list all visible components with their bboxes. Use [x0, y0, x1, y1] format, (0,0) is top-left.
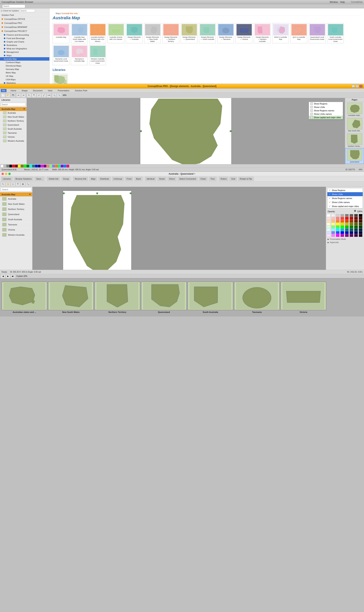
panel-row-cities[interactable]: ✓ Show capital and major cities: [309, 116, 343, 119]
page-thumb-nsw2[interactable]: New South Wal...: [345, 117, 364, 133]
dd-show-lgas[interactable]: ✓ Show LGAs: [327, 192, 363, 196]
opacity-slider[interactable]: [336, 211, 356, 212]
swatch-yellow[interactable]: [18, 165, 21, 167]
thumb-nt[interactable]: Northern Territory: [94, 282, 140, 313]
t2-text[interactable]: T: [16, 182, 20, 186]
palette-swatch-8080ff[interactable]: [331, 231, 335, 234]
tile-design-nt[interactable]: Design Elements — Northern Territory: [162, 23, 179, 43]
swatch-magenta[interactable]: [41, 165, 43, 167]
palette-swatch-c000c0[interactable]: [340, 234, 344, 237]
palette-swatch-e0e0ff[interactable]: [327, 231, 330, 234]
sidebar-search-input[interactable]: [20, 9, 35, 12]
swatch-maroon[interactable]: [15, 165, 18, 167]
handle-tc[interactable]: [96, 193, 98, 194]
panel-row-regions[interactable]: ✓ Show Regions: [309, 102, 343, 106]
palette-swatch-004040[interactable]: [354, 228, 358, 231]
palette-swatch-e0ffe0[interactable]: [327, 226, 330, 228]
thumb-sa[interactable]: South Australia: [188, 282, 233, 313]
sidebar-item-infographics[interactable]: What are Infographics: [0, 47, 49, 50]
install-link[interactable]: Uninstall this solu...: [61, 12, 81, 14]
palette-swatch-d0d0d0[interactable]: [336, 214, 339, 217]
thumb-tas[interactable]: Tasmania: [234, 282, 280, 313]
opacity-thumb[interactable]: [354, 210, 356, 212]
palette-swatch-ffff80[interactable]: [331, 223, 335, 225]
palette-swatch-404040[interactable]: [354, 214, 358, 217]
tool-pointer[interactable]: ↖: [27, 93, 31, 97]
thumb-aus-states[interactable]: Australian states and ...: [1, 282, 47, 313]
handle-left[interactable]: [140, 130, 142, 132]
tb-front[interactable]: Front: [125, 177, 133, 181]
tb-align[interactable]: Align: [89, 177, 97, 181]
sidebar-item-pro[interactable]: ConceptDraw PRO: [0, 21, 49, 25]
search-input[interactable]: [2, 5, 25, 8]
tile-design-tas[interactable]: Design Elements — Tasmania: [217, 23, 234, 43]
tl-close[interactable]: [1, 173, 4, 175]
palette-swatch-606060[interactable]: [350, 214, 353, 217]
palette-swatch-808000[interactable]: [350, 223, 353, 225]
pro-page-nt[interactable]: Northern Territory: [0, 119, 26, 123]
menu-shape[interactable]: Shape: [20, 89, 29, 92]
presentation-mode[interactable]: ▶ Presentation Mode: [326, 238, 364, 241]
tool-save[interactable]: 💾: [11, 93, 15, 97]
palette-swatch-ffc0c0[interactable]: [331, 217, 335, 220]
swatch-rose[interactable]: [66, 165, 69, 167]
dd-show-lga-names[interactable]: ✓ Show LGAs names: [327, 200, 363, 204]
tile-vic-lga[interactable]: Australia Victoria with LGA Names: [107, 23, 124, 43]
swatch-navy[interactable]: [38, 165, 40, 167]
palette-swatch-ff6000[interactable]: [340, 220, 344, 223]
palette-swatch-600060[interactable]: [350, 234, 353, 237]
close-icon[interactable]: ✕: [23, 108, 25, 110]
sidebar-item-graphs[interactable]: Graphs and Charts: [0, 40, 49, 43]
palette-swatch-400040[interactable]: [354, 234, 358, 237]
dropdown-arrow[interactable]: ▾: [194, 173, 195, 175]
tile-qld-aus[interactable]: QLD in Australia Map: [290, 23, 307, 43]
palette-swatch-80ff80[interactable]: [331, 226, 335, 228]
pro-page-sa[interactable]: South Australia: [0, 127, 26, 131]
pro-page-qld[interactable]: Queensland: [0, 123, 26, 127]
palette-swatch-00c000[interactable]: [345, 226, 349, 228]
tool-new[interactable]: 📄: [1, 93, 5, 97]
palette-swatch-00c0c0[interactable]: [340, 228, 344, 231]
palette-swatch-ffc080[interactable]: [331, 220, 335, 223]
tl-minimize[interactable]: [5, 173, 7, 175]
swatch-azure[interactable]: [64, 165, 66, 167]
palette-swatch-e0ffff[interactable]: [327, 228, 330, 231]
win-minimize[interactable]: _: [352, 85, 355, 88]
swatch-green[interactable]: [26, 165, 29, 167]
handle-tr[interactable]: [130, 193, 131, 194]
page-thumb-qld2[interactable]: Queensland: [345, 148, 364, 164]
checkbox-region-names[interactable]: ✓: [311, 109, 313, 112]
tb-identical[interactable]: Identical: [145, 177, 156, 181]
tile-design-wa[interactable]: Design Elements — Western Australia: [254, 23, 271, 43]
strip-prev[interactable]: ◀: [1, 274, 5, 278]
palette-swatch-a03000[interactable]: [350, 220, 353, 223]
tile-qld-lga[interactable]: Queensland Local Government Areas: [309, 23, 325, 43]
palette-swatch-200020[interactable]: [359, 234, 362, 237]
palette-swatch-ffff00[interactable]: [336, 223, 339, 225]
tb-direct[interactable]: Direct: [168, 177, 176, 181]
sidebar-item-uk[interactable]: UK Map: [0, 74, 49, 78]
pro2-page-wa[interactable]: Western Australia: [0, 232, 32, 238]
checkbox-regions[interactable]: ✓: [311, 103, 313, 105]
panel-row-lga-names[interactable]: ✓ Show LGAs names: [309, 112, 343, 116]
tile-wa-lga[interactable]: Western Australia Local Government Areas: [89, 45, 106, 65]
palette-swatch-ff4040[interactable]: [340, 217, 344, 220]
checkbox-cities[interactable]: ✓: [311, 116, 313, 119]
swatch-violet[interactable]: [61, 165, 64, 167]
tile-design-qld[interactable]: Design Elements — Queensland: [181, 23, 197, 43]
tb-browse[interactable]: Browse Solutions: [14, 177, 33, 181]
tool-zoom-in[interactable]: 🔍: [52, 93, 57, 97]
tb-tree[interactable]: Tree: [209, 177, 216, 181]
palette-swatch-404000[interactable]: [359, 223, 362, 225]
palette-swatch-ff8040[interactable]: [336, 220, 339, 223]
palette-swatch-ffe0ff[interactable]: [327, 234, 330, 237]
swatch-gray[interactable]: [6, 165, 9, 167]
palette-swatch-606000[interactable]: [354, 223, 358, 225]
page-thumb-aus-state[interactable]: Australian state...: [345, 102, 364, 117]
swatch-mint[interactable]: [49, 165, 52, 167]
sidebar-item-continent[interactable]: Continent Maps: [0, 61, 49, 64]
palette-swatch-ff8080[interactable]: [336, 217, 339, 220]
tb-grid[interactable]: Grid: [229, 177, 237, 181]
t2-grid2[interactable]: ⊞: [21, 182, 25, 186]
tb-rotate[interactable]: Rotate & Flip: [238, 177, 254, 181]
